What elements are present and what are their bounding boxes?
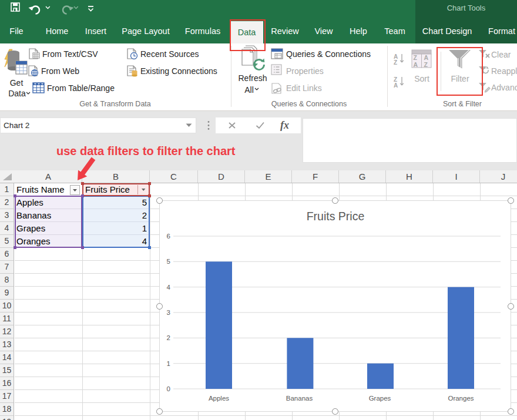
- svg-text:Z: Z: [424, 61, 428, 68]
- svg-text:5: 5: [167, 258, 170, 265]
- svg-text:6: 6: [167, 233, 170, 240]
- svg-text:A: A: [424, 54, 429, 61]
- svg-text:Z: Z: [394, 59, 397, 66]
- svg-text:A: A: [394, 82, 398, 89]
- svg-text:Oranges: Oranges: [448, 395, 474, 402]
- svg-text:1: 1: [167, 360, 170, 367]
- svg-text:2: 2: [167, 334, 170, 341]
- svg-text:A: A: [414, 61, 418, 68]
- svg-text:3: 3: [167, 309, 170, 316]
- svg-text:Grapes: Grapes: [369, 395, 391, 402]
- svg-text:Fruits Price: Fruits Price: [307, 210, 365, 223]
- svg-text:0: 0: [167, 385, 170, 392]
- svg-text:4: 4: [167, 284, 171, 291]
- svg-text:Apples: Apples: [209, 395, 229, 402]
- svg-text:Bananas: Bananas: [286, 395, 313, 402]
- svg-text:Z: Z: [414, 54, 418, 61]
